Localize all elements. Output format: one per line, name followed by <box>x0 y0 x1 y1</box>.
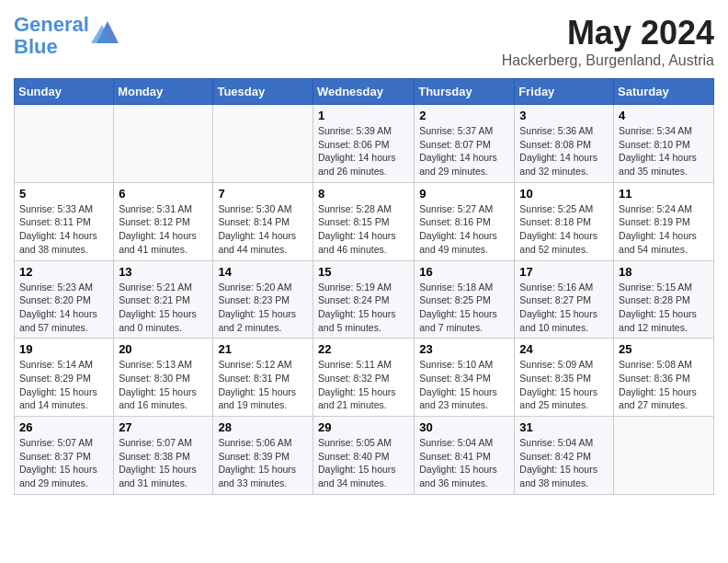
day-number: 4 <box>619 109 709 122</box>
calendar-cell: 16Sunrise: 5:18 AMSunset: 8:25 PMDayligh… <box>415 260 515 339</box>
calendar-cell: 29Sunrise: 5:05 AMSunset: 8:40 PMDayligh… <box>313 417 414 495</box>
weekday-header-friday: Friday <box>515 79 614 105</box>
day-info: Sunrise: 5:08 AMSunset: 8:36 PMDaylight:… <box>619 358 709 412</box>
calendar-cell: 6Sunrise: 5:31 AMSunset: 8:12 PMDaylight… <box>114 182 213 260</box>
day-number: 2 <box>419 109 509 122</box>
calendar-cell: 30Sunrise: 5:04 AMSunset: 8:41 PMDayligh… <box>415 417 515 495</box>
day-info: Sunrise: 5:07 AMSunset: 8:37 PMDaylight:… <box>19 436 108 490</box>
weekday-header-saturday: Saturday <box>614 79 714 105</box>
day-info: Sunrise: 5:18 AMSunset: 8:25 PMDaylight:… <box>419 281 509 335</box>
weekday-header-tuesday: Tuesday <box>213 79 313 105</box>
calendar-week-1: 1Sunrise: 5:39 AMSunset: 8:06 PMDaylight… <box>15 105 714 183</box>
day-number: 20 <box>119 342 208 356</box>
day-info: Sunrise: 5:16 AMSunset: 8:27 PMDaylight:… <box>519 281 609 335</box>
weekday-header-sunday: Sunday <box>15 79 114 105</box>
calendar-cell: 31Sunrise: 5:04 AMSunset: 8:42 PMDayligh… <box>515 417 614 495</box>
day-info: Sunrise: 5:15 AMSunset: 8:28 PMDaylight:… <box>619 281 709 335</box>
day-info: Sunrise: 5:21 AMSunset: 8:21 PMDaylight:… <box>119 281 208 335</box>
weekday-header-thursday: Thursday <box>415 79 515 105</box>
day-number: 22 <box>318 342 409 356</box>
calendar-cell: 11Sunrise: 5:24 AMSunset: 8:19 PMDayligh… <box>614 182 714 260</box>
day-number: 13 <box>119 265 208 279</box>
day-number: 9 <box>419 187 509 201</box>
calendar-cell: 22Sunrise: 5:11 AMSunset: 8:32 PMDayligh… <box>313 339 414 417</box>
day-info: Sunrise: 5:14 AMSunset: 8:29 PMDaylight:… <box>19 358 108 412</box>
day-info: Sunrise: 5:04 AMSunset: 8:41 PMDaylight:… <box>419 436 509 490</box>
day-info: Sunrise: 5:19 AMSunset: 8:24 PMDaylight:… <box>318 281 409 335</box>
day-info: Sunrise: 5:12 AMSunset: 8:31 PMDaylight:… <box>218 358 308 412</box>
calendar-cell: 14Sunrise: 5:20 AMSunset: 8:23 PMDayligh… <box>213 260 313 339</box>
location: Hackerberg, Burgenland, Austria <box>502 52 714 69</box>
day-info: Sunrise: 5:27 AMSunset: 8:16 PMDaylight:… <box>419 202 509 257</box>
calendar-table: SundayMondayTuesdayWednesdayThursdayFrid… <box>14 78 714 495</box>
calendar-cell: 3Sunrise: 5:36 AMSunset: 8:08 PMDaylight… <box>515 105 614 183</box>
day-number: 25 <box>619 342 709 356</box>
day-info: Sunrise: 5:31 AMSunset: 8:12 PMDaylight:… <box>119 202 208 257</box>
day-info: Sunrise: 5:20 AMSunset: 8:23 PMDaylight:… <box>218 281 308 335</box>
day-info: Sunrise: 5:23 AMSunset: 8:20 PMDaylight:… <box>19 281 108 335</box>
day-number: 19 <box>19 342 108 356</box>
weekday-row: SundayMondayTuesdayWednesdayThursdayFrid… <box>15 79 714 105</box>
day-number: 23 <box>419 342 509 356</box>
day-number: 29 <box>318 420 409 434</box>
weekday-header-monday: Monday <box>114 79 213 105</box>
day-info: Sunrise: 5:11 AMSunset: 8:32 PMDaylight:… <box>318 358 409 412</box>
day-number: 11 <box>619 187 709 201</box>
calendar-cell: 9Sunrise: 5:27 AMSunset: 8:16 PMDaylight… <box>415 182 515 260</box>
day-info: Sunrise: 5:36 AMSunset: 8:08 PMDaylight:… <box>519 124 609 178</box>
day-info: Sunrise: 5:06 AMSunset: 8:39 PMDaylight:… <box>218 436 308 490</box>
day-number: 24 <box>519 342 609 356</box>
day-number: 6 <box>119 187 208 201</box>
day-info: Sunrise: 5:30 AMSunset: 8:14 PMDaylight:… <box>218 202 308 257</box>
calendar-cell: 17Sunrise: 5:16 AMSunset: 8:27 PMDayligh… <box>515 260 614 339</box>
calendar-cell: 2Sunrise: 5:37 AMSunset: 8:07 PMDaylight… <box>415 105 515 183</box>
calendar-cell: 18Sunrise: 5:15 AMSunset: 8:28 PMDayligh… <box>614 260 714 339</box>
calendar-cell <box>614 417 714 495</box>
day-number: 21 <box>218 342 308 356</box>
calendar-cell: 24Sunrise: 5:09 AMSunset: 8:35 PMDayligh… <box>515 339 614 417</box>
day-info: Sunrise: 5:34 AMSunset: 8:10 PMDaylight:… <box>619 124 709 178</box>
logo-text: GeneralBlue <box>14 14 89 58</box>
calendar-body: 1Sunrise: 5:39 AMSunset: 8:06 PMDaylight… <box>15 105 714 495</box>
calendar-cell: 28Sunrise: 5:06 AMSunset: 8:39 PMDayligh… <box>213 417 313 495</box>
calendar-cell: 1Sunrise: 5:39 AMSunset: 8:06 PMDaylight… <box>313 105 414 183</box>
calendar-week-2: 5Sunrise: 5:33 AMSunset: 8:11 PMDaylight… <box>15 182 714 260</box>
logo-icon <box>91 17 124 47</box>
calendar-cell: 20Sunrise: 5:13 AMSunset: 8:30 PMDayligh… <box>114 339 213 417</box>
calendar-cell: 26Sunrise: 5:07 AMSunset: 8:37 PMDayligh… <box>15 417 114 495</box>
day-number: 30 <box>419 420 509 434</box>
day-number: 1 <box>318 109 409 122</box>
calendar-cell: 7Sunrise: 5:30 AMSunset: 8:14 PMDaylight… <box>213 182 313 260</box>
month-year: May 2024 <box>502 14 714 52</box>
day-number: 10 <box>519 187 609 201</box>
day-number: 27 <box>119 420 208 434</box>
calendar-week-4: 19Sunrise: 5:14 AMSunset: 8:29 PMDayligh… <box>15 339 714 417</box>
calendar-cell: 8Sunrise: 5:28 AMSunset: 8:15 PMDaylight… <box>313 182 414 260</box>
day-info: Sunrise: 5:37 AMSunset: 8:07 PMDaylight:… <box>419 124 509 178</box>
calendar-cell <box>15 105 114 183</box>
calendar-cell: 19Sunrise: 5:14 AMSunset: 8:29 PMDayligh… <box>15 339 114 417</box>
calendar-cell: 23Sunrise: 5:10 AMSunset: 8:34 PMDayligh… <box>415 339 515 417</box>
day-number: 5 <box>19 187 108 201</box>
calendar-cell: 5Sunrise: 5:33 AMSunset: 8:11 PMDaylight… <box>15 182 114 260</box>
calendar-cell: 21Sunrise: 5:12 AMSunset: 8:31 PMDayligh… <box>213 339 313 417</box>
day-info: Sunrise: 5:25 AMSunset: 8:18 PMDaylight:… <box>519 202 609 257</box>
day-number: 12 <box>19 265 108 279</box>
calendar-cell <box>213 105 313 183</box>
day-number: 26 <box>19 420 108 434</box>
calendar-cell: 4Sunrise: 5:34 AMSunset: 8:10 PMDaylight… <box>614 105 714 183</box>
day-number: 18 <box>619 265 709 279</box>
calendar-cell: 13Sunrise: 5:21 AMSunset: 8:21 PMDayligh… <box>114 260 213 339</box>
day-info: Sunrise: 5:07 AMSunset: 8:38 PMDaylight:… <box>119 436 208 490</box>
calendar-header: SundayMondayTuesdayWednesdayThursdayFrid… <box>15 79 714 105</box>
calendar-cell: 27Sunrise: 5:07 AMSunset: 8:38 PMDayligh… <box>114 417 213 495</box>
calendar-cell: 25Sunrise: 5:08 AMSunset: 8:36 PMDayligh… <box>614 339 714 417</box>
logo: GeneralBlue <box>14 14 124 58</box>
day-number: 8 <box>318 187 409 201</box>
calendar-week-5: 26Sunrise: 5:07 AMSunset: 8:37 PMDayligh… <box>15 417 714 495</box>
weekday-header-wednesday: Wednesday <box>313 79 414 105</box>
calendar-cell: 15Sunrise: 5:19 AMSunset: 8:24 PMDayligh… <box>313 260 414 339</box>
day-number: 3 <box>519 109 609 122</box>
page-header: GeneralBlue May 2024 Hackerberg, Burgenl… <box>14 14 714 69</box>
day-info: Sunrise: 5:39 AMSunset: 8:06 PMDaylight:… <box>318 124 409 178</box>
